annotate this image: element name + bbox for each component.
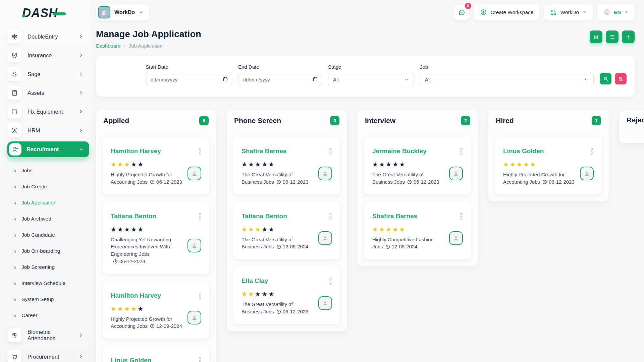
sidebar-item-job-screening[interactable]: Job Screening — [7, 259, 91, 275]
column-hired: Hired 1 Linus Golden ★★★★★ Highly Projec… — [488, 110, 608, 201]
archived-applications-button[interactable] — [590, 31, 602, 43]
rating-stars: ★★★★★ — [241, 226, 314, 233]
search-button[interactable] — [600, 73, 611, 84]
sidebar-item-job-archived[interactable]: Job Archived — [7, 211, 91, 227]
application-card[interactable]: Shafira Barnes ★★★★★ The Great Versatili… — [233, 137, 340, 194]
candidate-name-link[interactable]: Shafira Barnes — [241, 147, 286, 155]
application-card[interactable]: Jermaine Buckley ★★★★★ The Great Versati… — [364, 137, 471, 194]
sidebar-item-job-onboarding[interactable]: Job On-boarding — [7, 243, 91, 259]
create-workspace-button[interactable]: Create Workspace — [474, 4, 539, 20]
clock-icon — [113, 259, 118, 264]
rating-stars: ★★★★★ — [372, 161, 445, 168]
candidate-name-link[interactable]: Tatiana Benton — [241, 213, 287, 220]
candidate-avatar[interactable] — [187, 311, 201, 324]
chevron-down-icon — [584, 77, 589, 82]
breadcrumb-dashboard[interactable]: Dashboard — [96, 43, 120, 49]
page-title: Manage Job Application — [96, 29, 201, 40]
sidebar-item-doubleentry[interactable]: DoubleEntry — [7, 29, 91, 44]
person-icon — [191, 242, 198, 249]
sidebar-item-interview-schedule[interactable]: Interview Schedule — [7, 275, 91, 291]
candidate-name-link[interactable]: Hamilton Harvey — [111, 147, 161, 155]
application-card[interactable]: Tatiana Benton ★★★★★ The Great Versatili… — [233, 202, 340, 259]
candidate-name-link[interactable]: Jermaine Buckley — [372, 147, 427, 155]
card-menu-icon[interactable] — [329, 147, 332, 156]
card-menu-icon[interactable] — [460, 147, 463, 156]
workspace-selector[interactable]: WorkDo — [96, 4, 149, 20]
candidate-name-link[interactable]: Linus Golden — [503, 147, 544, 155]
stage-select[interactable]: All — [328, 73, 414, 86]
application-card[interactable]: Hamilton Harvey ★★★★★ Highly Projected G… — [103, 137, 209, 194]
candidate-name-link[interactable]: Shafira Barnes — [372, 213, 417, 220]
column-count-badge: 1 — [592, 116, 601, 125]
sidebar-item-job-application[interactable]: Job Application — [7, 195, 91, 211]
card-menu-icon[interactable] — [329, 277, 332, 286]
candidate-avatar[interactable] — [580, 167, 594, 180]
candidate-name-link[interactable]: Hamilton Harvey — [111, 292, 161, 299]
dash-logo[interactable]: DASH — [7, 6, 91, 20]
language-selector[interactable]: EN — [597, 4, 635, 20]
candidate-avatar[interactable] — [187, 239, 201, 252]
messages-button[interactable]: 0 — [454, 5, 469, 20]
sidebar-item-fix-equipment[interactable]: Fix Equipment — [7, 104, 91, 119]
sidebar-item-sage[interactable]: S Sage — [7, 66, 91, 82]
calendar-icon[interactable] — [223, 76, 228, 82]
candidate-avatar[interactable] — [187, 167, 201, 180]
candidate-avatar[interactable] — [318, 167, 332, 180]
reset-filter-button[interactable] — [615, 73, 627, 84]
sidebar-item-system-setup[interactable]: System Setup — [7, 291, 91, 307]
sidebar-item-career[interactable]: Career — [7, 307, 91, 323]
clock-icon — [407, 179, 412, 185]
candidate-avatar[interactable] — [318, 296, 332, 310]
calendar-icon[interactable] — [313, 76, 318, 82]
add-application-button[interactable] — [622, 31, 635, 43]
search-icon — [603, 76, 608, 81]
card-menu-icon[interactable] — [198, 147, 201, 156]
messages-badge: 0 — [465, 3, 471, 9]
sidebar-item-job-candidate[interactable]: Job Candidate — [7, 227, 91, 243]
sidebar-item-biometric-attendance[interactable]: Biometric Attendance — [7, 325, 91, 346]
sidebar-item-procurement[interactable]: Procurement — [7, 349, 91, 362]
card-menu-icon[interactable] — [591, 147, 594, 156]
topbar-actions: 0 Create Workspace WorkDo EN — [454, 4, 635, 20]
application-card[interactable]: Linus Golden ★★★★★ Highly Projected Grow… — [495, 137, 602, 194]
sidebar-item-insurance[interactable]: Insurance — [7, 48, 91, 63]
card-menu-icon[interactable] — [198, 357, 201, 362]
application-card[interactable]: Ella Clay ★★★★★ The Great Versatility of… — [233, 267, 340, 324]
bullet-icon — [12, 297, 17, 302]
sidebar-item-recruitment[interactable]: Recruitment — [7, 141, 89, 157]
application-card[interactable]: Shafira Barnes ★★★★★ Highly Competitive … — [364, 202, 471, 259]
chevron-right-icon — [78, 34, 83, 39]
end-date-input[interactable] — [238, 73, 322, 86]
sidebar-item-assets[interactable]: Assets — [7, 85, 91, 101]
column-rejected: Rejected — [619, 110, 644, 143]
stage-label: Stage — [328, 64, 414, 70]
application-card[interactable]: Tatiana Benton ★★★★★ Challenging Yet Rew… — [103, 202, 209, 274]
chevron-right-icon — [78, 109, 83, 114]
candidate-name-link[interactable]: Ella Clay — [241, 277, 268, 285]
sidebar-item-hrm[interactable]: HRM — [7, 123, 91, 138]
card-menu-icon[interactable] — [460, 213, 463, 221]
person-icon — [322, 235, 329, 242]
application-card[interactable]: Linus Golden — [103, 347, 209, 362]
candidate-name-link[interactable]: Tatiana Benton — [111, 213, 156, 220]
job-select[interactable]: All — [420, 73, 594, 86]
candidate-name-link[interactable]: Linus Golden — [111, 357, 151, 362]
fingerprint-icon — [7, 328, 21, 342]
workdo-menu-button[interactable]: WorkDo — [544, 4, 593, 20]
application-card[interactable]: Hamilton Harvey ★★★★★ Highly Projected G… — [103, 282, 209, 339]
sidebar-item-jobs[interactable]: Jobs — [7, 163, 91, 179]
chevron-down-icon — [79, 147, 84, 152]
start-date-input[interactable] — [146, 73, 232, 86]
rating-stars: ★★★★★ — [111, 161, 183, 168]
list-view-button[interactable] — [606, 31, 619, 43]
candidate-avatar[interactable] — [449, 231, 463, 245]
grid-plus-icon — [550, 9, 557, 16]
sidebar-item-job-create[interactable]: Job Create — [7, 179, 91, 195]
card-menu-icon[interactable] — [329, 213, 332, 221]
candidate-avatar[interactable] — [449, 167, 463, 180]
logo-dot-icon — [22, 14, 25, 17]
scales-icon — [7, 29, 21, 44]
card-menu-icon[interactable] — [198, 292, 201, 300]
candidate-avatar[interactable] — [318, 231, 332, 245]
card-menu-icon[interactable] — [198, 213, 201, 221]
